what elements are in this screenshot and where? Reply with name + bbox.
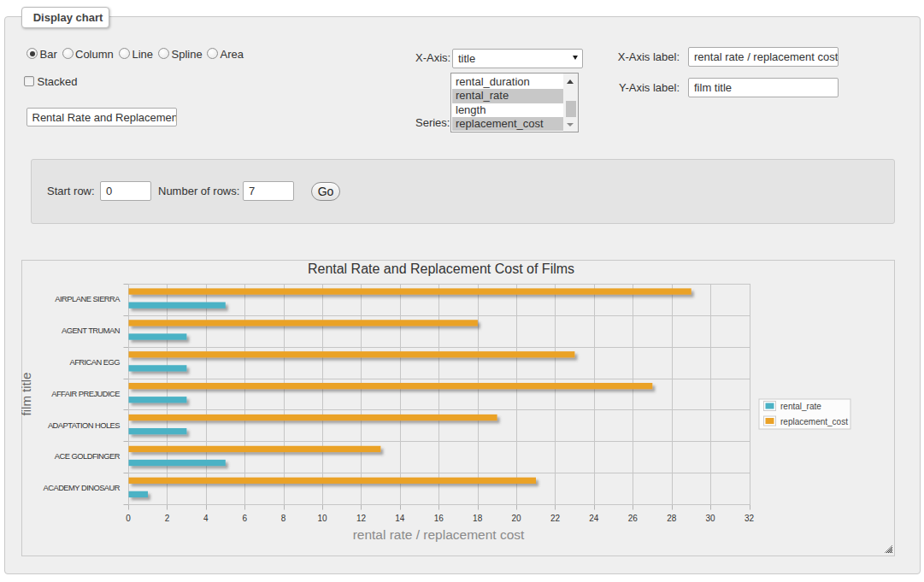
svg-text:ACE GOLDFINGER: ACE GOLDFINGER xyxy=(55,451,121,461)
svg-text:6: 6 xyxy=(242,514,247,523)
svg-text:AFRICAN EGG: AFRICAN EGG xyxy=(69,357,120,367)
svg-text:AGENT TRUMAN: AGENT TRUMAN xyxy=(62,326,120,335)
svg-text:32: 32 xyxy=(744,514,755,523)
svg-text:AFFAIR PREJUDICE: AFFAIR PREJUDICE xyxy=(51,389,120,398)
svg-text:ADAPTATION HOLES: ADAPTATION HOLES xyxy=(48,420,120,430)
svg-text:16: 16 xyxy=(434,514,444,523)
svg-text:10: 10 xyxy=(317,514,327,523)
svg-text:Rental Rate and Replacement Co: Rental Rate and Replacement Cost of Film… xyxy=(308,262,574,276)
svg-text:8: 8 xyxy=(281,514,286,523)
svg-text:30: 30 xyxy=(706,514,716,523)
svg-text:4: 4 xyxy=(203,514,209,523)
svg-text:film title: film title xyxy=(21,373,33,416)
svg-text:26: 26 xyxy=(628,514,639,523)
svg-text:12: 12 xyxy=(356,514,367,523)
svg-text:24: 24 xyxy=(589,514,599,523)
svg-text:0: 0 xyxy=(126,514,131,523)
svg-text:2: 2 xyxy=(165,514,170,523)
svg-text:AIRPLANE SIERRA: AIRPLANE SIERRA xyxy=(55,294,121,303)
svg-text:replacement_cost: replacement_cost xyxy=(780,417,848,426)
svg-text:ACADEMY DINOSAUR: ACADEMY DINOSAUR xyxy=(44,483,121,492)
svg-text:14: 14 xyxy=(395,514,405,523)
svg-text:22: 22 xyxy=(550,514,561,523)
svg-text:rental rate / replacement cost: rental rate / replacement cost xyxy=(353,527,525,542)
svg-text:28: 28 xyxy=(667,514,677,523)
svg-text:20: 20 xyxy=(511,514,521,523)
svg-text:18: 18 xyxy=(473,514,483,523)
svg-text:rental_rate: rental_rate xyxy=(780,402,821,411)
